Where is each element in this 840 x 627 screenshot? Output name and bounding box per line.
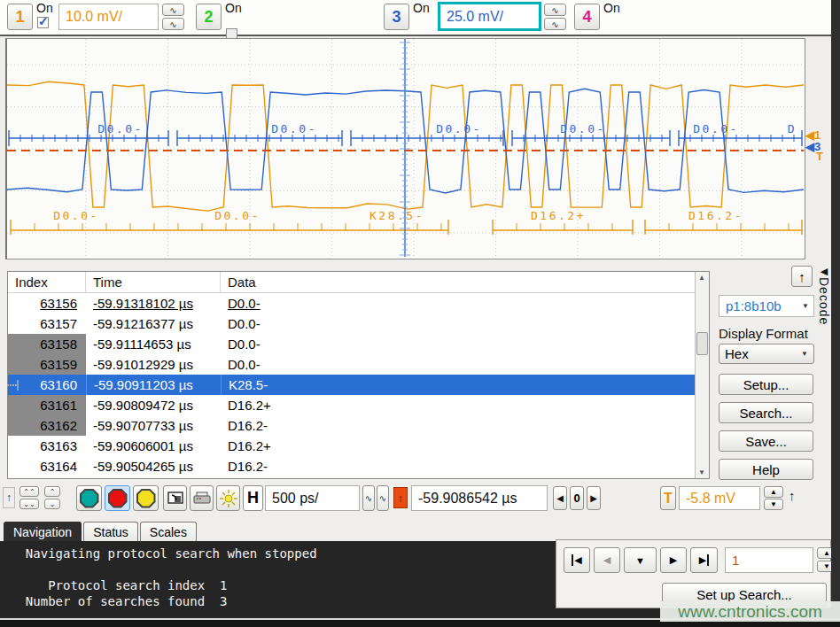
trigger-position-button[interactable]: ↑ [393,487,408,508]
cell-data: D16.2- [228,459,268,474]
trigger-menu-button[interactable]: T [660,486,676,510]
stop-icon [108,489,128,508]
setup-button[interactable]: Setup... [719,374,813,395]
channel-1-button[interactable]: 1 [7,4,33,30]
horizontal-menu-button[interactable]: H [243,485,263,511]
bus-select-dropdown[interactable]: p1:8b10b ▼ [719,295,814,317]
channel-2-button[interactable]: 2 [196,4,222,30]
vertical-shrink-button[interactable]: ⌄⌄ [19,499,39,509]
screen-capture-button[interactable] [163,485,187,511]
cell-index: 63161 [40,398,77,413]
table-header: Index Time Data [8,272,709,293]
channel-3-scale-field[interactable]: 25.0 mV/ [438,2,541,31]
decode-side-tab[interactable]: ◀ Decode [816,266,832,354]
delay-zero-button[interactable]: 0 [570,486,584,510]
table-row[interactable]: 63156 -59.91318102 µs D0.0- [8,293,709,314]
table-row[interactable]: 63164 -59.90504265 µs D16.2- [8,456,709,476]
position-down-button[interactable]: ⌄ [44,499,60,509]
skip-to-start-icon: ◀ [572,554,581,566]
run-button[interactable] [76,485,102,511]
table-row[interactable]: 63162 -59.90707733 µs D16.2- [8,415,709,436]
search-button[interactable]: Search... [719,402,813,423]
channel-3-button[interactable]: 3 [384,4,409,30]
brightness-button[interactable] [216,485,240,511]
channel-3-scale-up-button[interactable]: ∿ [544,4,566,16]
delay-left-button[interactable]: ◀ [553,486,567,510]
trigger-level-down-button[interactable]: ▼ [764,499,783,510]
save-button[interactable]: Save... [719,430,813,452]
decode-tab-label: Decode [817,277,831,325]
trigger-level-field[interactable]: -5.8 mV [679,486,760,510]
print-button[interactable] [190,485,214,511]
waveform-display[interactable]: D0.0-D0.0-D0.0-D0.0-D0.0-DD0.0-D0.0-K28.… [5,38,805,259]
decode-listing-table: Index Time Data 63156 -59.91318102 µs D0… [7,271,710,479]
channel-1-scale-field[interactable]: 10.0 mV/ [58,4,159,30]
table-row[interactable]: 63161 -59.90809472 µs D16.2+ [8,395,709,415]
channel-4-on-label: On [603,1,620,15]
trigger-level-up-button[interactable]: ▲ [764,486,783,498]
cell-data: D16.2- [228,418,268,433]
svg-text:D16.2+: D16.2+ [531,209,586,222]
chevron-up-icon: ⌃ [50,488,56,496]
channel-bar: 1 On ✓ 10.0 mV/ ∿ ∿ 2 On 3 On ✓ 25.0 mV/… [0,0,831,36]
table-row[interactable]: 63157 -59.91216377 µs D0.0- [8,314,709,334]
next-result-button[interactable]: ▶ [660,547,687,573]
table-scrollbar[interactable]: ▲ ▼ [695,272,709,478]
vertical-expand-button[interactable]: ⌃⌃ [19,486,39,497]
delay-field[interactable]: -59.9086542 µs [411,485,548,511]
search-index-field[interactable]: 1 [725,547,813,573]
table-row-selected[interactable]: 63160 -59.90911203 µs K28.5- [8,375,709,395]
channel-3-scale-value: 25.0 mV/ [447,9,503,25]
channel-3-scale-down-button[interactable]: ∿ [544,18,566,30]
table-row[interactable]: 63163 -59.90606001 µs D16.2+ [8,436,709,456]
tab-scales[interactable]: Scales [140,522,197,541]
arrow-right-icon: ▶ [590,493,597,503]
cell-time: -59.91216377 µs [93,316,193,331]
table-row[interactable]: 63159 -59.91012929 µs D0.0- [8,354,709,375]
row-cursor-icon [7,379,21,391]
marker-up-icon[interactable]: ↑ [3,487,15,508]
delay-value: -59.9086542 µs [418,491,517,507]
channel-1-scale-value: 10.0 mV/ [66,9,122,25]
timebase-field[interactable]: 500 ps/ [265,485,360,511]
svg-text:D0.0-: D0.0- [97,122,144,135]
scroll-up-icon[interactable]: ▲ [698,274,705,282]
wave-up-icon: ∿ [169,5,176,15]
channel-4-button[interactable]: 4 [574,4,600,30]
channel-1-scale-up-button[interactable]: ∿ [162,4,184,16]
header-data[interactable]: Data [228,275,256,290]
trigger-level-marker[interactable]: T [816,150,823,163]
timebase-fast-button[interactable]: ∿ [362,485,375,511]
previous-result-button[interactable]: ◀ [594,547,620,573]
trigger-arrow-icon: ↑ [398,492,404,505]
table-row[interactable]: 63158 -59.91114653 µs D0.0- [8,334,709,354]
tab-navigation[interactable]: Navigation [4,522,82,541]
tab-status[interactable]: Status [83,522,138,541]
screen-capture-icon [167,492,183,506]
panel-collapse-button[interactable]: ↑ [791,266,813,287]
cell-data: D0.0- [228,316,261,331]
header-time[interactable]: Time [93,275,122,290]
result-dropdown-button[interactable]: ▼ [624,547,657,573]
header-index[interactable]: Index [15,275,48,290]
cell-index: 63159 [40,357,77,372]
stop-button[interactable] [105,485,130,511]
console-line-4: Number of searches found 3 [11,593,227,609]
channel-1-on-checkbox[interactable]: ✓ [37,17,49,28]
search-navigation-panel: ◀ ◀ ▼ ▶ ▶ 1 ▲ ▼ Set up Search... [556,539,831,608]
help-button[interactable]: Help [719,459,813,480]
first-result-button[interactable]: ◀ [564,547,590,573]
single-button[interactable] [133,485,159,511]
delay-right-button[interactable]: ▶ [587,486,601,510]
last-result-button[interactable]: ▶ [690,547,718,573]
trigger-slope-icon[interactable]: ↑ [789,488,796,503]
channel-3-number: 3 [392,8,401,27]
scrollbar-thumb[interactable] [696,332,708,355]
timebase-slow-button[interactable]: ∿ [377,485,389,511]
chevron-down-icon: ▼ [801,350,808,358]
cell-time: -59.91114653 µs [93,337,191,352]
position-up-button[interactable]: ⌃ [44,486,60,497]
display-format-dropdown[interactable]: Hex ▼ [719,344,814,364]
channel-1-scale-down-button[interactable]: ∿ [162,18,184,30]
scroll-down-icon[interactable]: ▼ [698,468,705,476]
